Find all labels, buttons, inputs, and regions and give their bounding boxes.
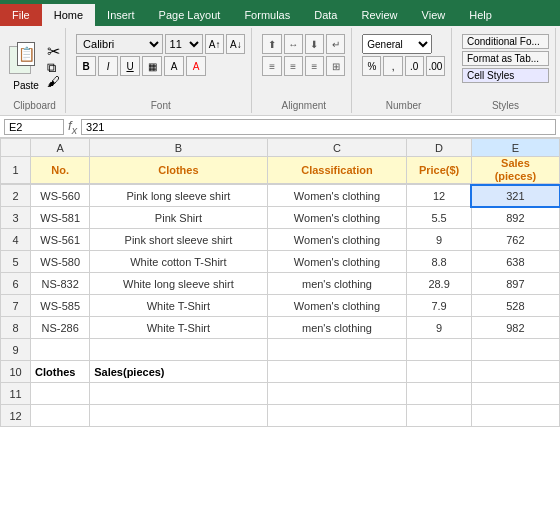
cell-styles-button[interactable]: Cell Styles [462, 68, 549, 83]
bold-button[interactable]: B [76, 56, 96, 76]
align-middle-button[interactable]: ↔ [284, 34, 303, 54]
increase-font-button[interactable]: A↑ [205, 34, 224, 54]
price-cell[interactable]: 9 [407, 317, 472, 339]
header-no[interactable]: No. [31, 157, 90, 184]
price-cell[interactable]: 28.9 [407, 273, 472, 295]
empty-cell[interactable] [471, 361, 559, 383]
italic-button[interactable]: I [98, 56, 118, 76]
header-clothes[interactable]: Clothes [90, 157, 267, 184]
sales-cell[interactable]: 638 [471, 251, 559, 273]
row10-clothes[interactable]: Clothes [31, 361, 90, 383]
cut-button[interactable]: ✂ [47, 44, 60, 60]
sales-cell[interactable]: 892 [471, 207, 559, 229]
price-cell[interactable]: 12 [407, 185, 472, 207]
empty-cell[interactable] [90, 383, 267, 405]
conditional-formatting-button[interactable]: Conditional Fo... [462, 34, 549, 49]
row-6-header[interactable]: 6 [1, 273, 31, 295]
tab-page-layout[interactable]: Page Layout [147, 4, 233, 26]
font-color-button[interactable]: A [186, 56, 206, 76]
border-button[interactable]: ▦ [142, 56, 162, 76]
price-cell[interactable]: 8.8 [407, 251, 472, 273]
no-cell[interactable]: WS-560 [31, 185, 90, 207]
empty-cell[interactable] [267, 361, 407, 383]
classification-cell[interactable]: Women's clothing [267, 251, 407, 273]
row10-sales[interactable]: Sales(pieces) [90, 361, 267, 383]
clothes-cell[interactable]: White T-Shirt [90, 295, 267, 317]
row-2-header[interactable]: 2 [1, 185, 31, 207]
no-cell[interactable]: WS-585 [31, 295, 90, 317]
sales-cell[interactable]: 982 [471, 317, 559, 339]
underline-button[interactable]: U [120, 56, 140, 76]
align-center-button[interactable]: ≡ [284, 56, 303, 76]
tab-formulas[interactable]: Formulas [232, 4, 302, 26]
merge-button[interactable]: ⊞ [326, 56, 345, 76]
no-cell[interactable]: NS-832 [31, 273, 90, 295]
decrease-decimal-button[interactable]: .00 [426, 56, 445, 76]
header-sales[interactable]: Sales(pieces) [471, 157, 559, 184]
formula-input[interactable] [81, 119, 556, 135]
empty-cell[interactable] [31, 405, 90, 427]
empty-cell[interactable] [267, 405, 407, 427]
empty-cell[interactable] [31, 339, 90, 361]
empty-cell[interactable] [267, 383, 407, 405]
row-3-header[interactable]: 3 [1, 207, 31, 229]
paste-button[interactable]: 📋 Paste [9, 42, 43, 91]
empty-cell[interactable] [471, 405, 559, 427]
empty-cell[interactable] [407, 383, 472, 405]
empty-cell[interactable] [267, 339, 407, 361]
empty-cell[interactable] [31, 383, 90, 405]
row-12-header[interactable]: 12 [1, 405, 31, 427]
cell-reference-input[interactable] [4, 119, 64, 135]
price-cell[interactable]: 7.9 [407, 295, 472, 317]
decrease-font-button[interactable]: A↓ [226, 34, 245, 54]
percent-button[interactable]: % [362, 56, 381, 76]
empty-cell[interactable] [407, 339, 472, 361]
align-left-button[interactable]: ≡ [262, 56, 281, 76]
classification-cell[interactable]: Women's clothing [267, 229, 407, 251]
classification-cell[interactable]: Women's clothing [267, 207, 407, 229]
format-painter-button[interactable]: 🖌 [47, 75, 60, 88]
row-10-header[interactable]: 10 [1, 361, 31, 383]
align-top-button[interactable]: ⬆ [262, 34, 281, 54]
empty-cell[interactable] [407, 405, 472, 427]
col-a-header[interactable]: A [31, 139, 90, 157]
sales-cell[interactable]: 762 [471, 229, 559, 251]
classification-cell[interactable]: men's clothing [267, 273, 407, 295]
header-classification[interactable]: Classification [267, 157, 407, 184]
classification-cell[interactable]: Women's clothing [267, 185, 407, 207]
col-c-header[interactable]: C [267, 139, 407, 157]
tab-help[interactable]: Help [457, 4, 504, 26]
empty-cell[interactable] [471, 383, 559, 405]
price-cell[interactable]: 5.5 [407, 207, 472, 229]
clothes-cell[interactable]: Pink Shirt [90, 207, 267, 229]
empty-cell[interactable] [471, 339, 559, 361]
sales-cell[interactable]: 528 [471, 295, 559, 317]
font-name-select[interactable]: Calibri [76, 34, 162, 54]
row-8-header[interactable]: 8 [1, 317, 31, 339]
col-d-header[interactable]: D [407, 139, 472, 157]
format-as-table-button[interactable]: Format as Tab... [462, 51, 549, 66]
no-cell[interactable]: NS-286 [31, 317, 90, 339]
align-bottom-button[interactable]: ⬇ [305, 34, 324, 54]
font-size-select[interactable]: 11 [165, 34, 203, 54]
clothes-cell[interactable]: Pink long sleeve shirt [90, 185, 267, 207]
row-7-header[interactable]: 7 [1, 295, 31, 317]
empty-cell[interactable] [90, 339, 267, 361]
classification-cell[interactable]: men's clothing [267, 317, 407, 339]
row-11-header[interactable]: 11 [1, 383, 31, 405]
classification-cell[interactable]: Women's clothing [267, 295, 407, 317]
clothes-cell[interactable]: White T-Shirt [90, 317, 267, 339]
tab-data[interactable]: Data [302, 4, 349, 26]
clothes-cell[interactable]: White cotton T-Shirt [90, 251, 267, 273]
tab-review[interactable]: Review [349, 4, 409, 26]
no-cell[interactable]: WS-580 [31, 251, 90, 273]
sales-cell[interactable]: 321 [471, 185, 559, 207]
comma-button[interactable]: , [383, 56, 402, 76]
empty-cell[interactable] [90, 405, 267, 427]
tab-home[interactable]: Home [42, 4, 95, 26]
number-format-select[interactable]: General [362, 34, 432, 54]
empty-cell[interactable] [407, 361, 472, 383]
no-cell[interactable]: WS-581 [31, 207, 90, 229]
row-1-header[interactable]: 1 [1, 157, 31, 184]
tab-view[interactable]: View [410, 4, 458, 26]
